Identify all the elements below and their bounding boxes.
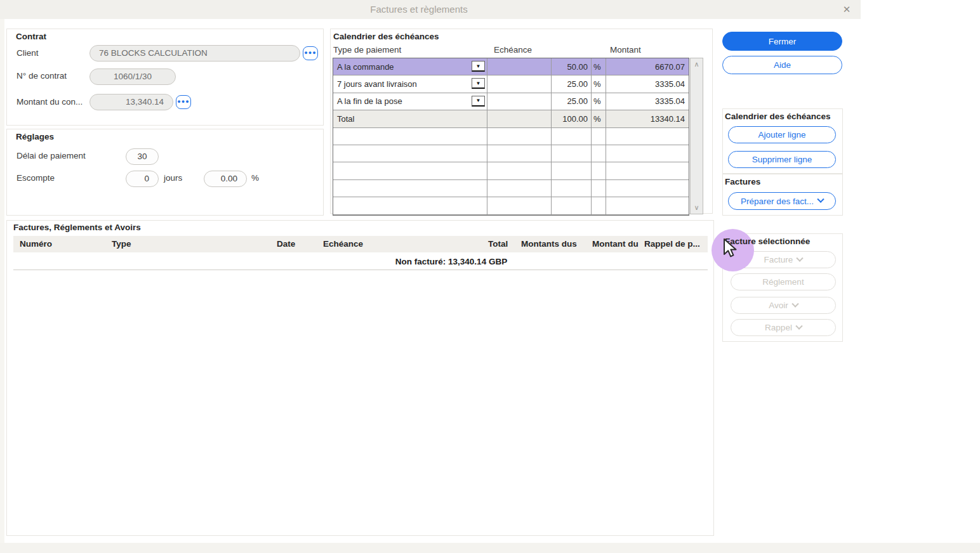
col-montants-dus[interactable]: Montants dus (521, 239, 577, 249)
contract-amount-label: Montant du con... (17, 97, 83, 107)
echeance-row-montant[interactable]: 6670.07 (606, 58, 689, 75)
close-icon[interactable]: ✕ (839, 3, 854, 16)
echeances-col-type: Type de paiement (333, 45, 401, 55)
reglement-button[interactable]: Réglement (731, 273, 836, 290)
client-field[interactable]: 76 BLOCKS CALCULATION (89, 45, 300, 62)
facture-selectionnee-title: Facture sélectionnée (725, 237, 810, 246)
factures-actions-group: Factures Préparer des fact... (722, 174, 843, 216)
titlebar: Factures et règlements ✕ (0, 0, 861, 19)
col-rappel[interactable]: Rappel de p... (644, 239, 700, 249)
scroll-up-icon[interactable]: ∧ (694, 60, 699, 68)
col-type[interactable]: Type (112, 239, 131, 249)
escompte-pct-field[interactable]: 0.00 (204, 171, 247, 187)
echeance-row-pct-sign: % (592, 75, 606, 93)
calendrier-actions-group: Calendrier des échéances Ajouter ligne S… (722, 108, 843, 174)
echeance-row-montant[interactable]: 3335.04 (606, 93, 689, 110)
escompte-days-field[interactable]: 0 (126, 171, 159, 187)
escompte-label: Escompte (17, 173, 55, 183)
preparer-factures-button[interactable]: Préparer des fact... (728, 192, 836, 210)
echeances-col-echeance: Echéance (494, 45, 532, 55)
chevron-down-icon (791, 300, 798, 307)
table-separator (13, 270, 708, 270)
echeance-row-date[interactable] (487, 75, 552, 93)
dropdown-arrow-icon[interactable]: ▼ (472, 61, 485, 72)
echeance-row-type[interactable]: A la fin de la pose ▼ (333, 93, 487, 110)
left-edge-strip (0, 19, 4, 543)
rappel-button[interactable]: Rappel (731, 319, 836, 336)
dropdown-arrow-icon[interactable]: ▼ (472, 96, 485, 107)
window-title: Factures et règlements (0, 4, 838, 15)
dropdown-arrow-icon[interactable]: ▼ (472, 78, 485, 89)
client-label: Client (17, 48, 39, 58)
empty-cell[interactable] (333, 145, 487, 162)
aide-button[interactable]: Aide (722, 56, 842, 74)
echeances-panel: Calendrier des échéances Type de paiemen… (330, 29, 713, 214)
col-total[interactable]: Total (488, 239, 508, 249)
reglages-group-title: Réglages (16, 132, 54, 141)
empty-cell[interactable] (333, 128, 487, 145)
contrat-group: Contrat Client 76 BLOCKS CALCULATION ●●●… (6, 29, 324, 126)
echeance-row-percent[interactable]: 25.00 (552, 75, 592, 93)
supprimer-ligne-button[interactable]: Supprimer ligne (728, 151, 836, 168)
reglages-group: Réglages Délai de paiement 30 Escompte 0… (6, 129, 324, 216)
contract-no-label: N° de contrat (17, 71, 67, 81)
echeance-row-type[interactable]: 7 jours avant livraison ▼ (333, 75, 487, 93)
empty-cell[interactable] (333, 180, 487, 197)
echeance-total-label: Total (333, 110, 487, 127)
echeance-row-date[interactable] (487, 58, 552, 75)
echeance-row-percent[interactable]: 50.00 (552, 58, 592, 75)
col-montant-du[interactable]: Montant du (592, 239, 639, 249)
factures-group: Factures, Réglements et Avoirs Numéro Ty… (6, 220, 714, 536)
factures-table-header: Numéro Type Date Echéance Total Montants… (13, 236, 708, 252)
echeance-row-montant[interactable]: 3335.04 (606, 75, 689, 93)
avoir-button[interactable]: Avoir (731, 297, 836, 314)
amount-lookup-button[interactable]: ●●● (176, 95, 191, 109)
contract-amount-field[interactable]: 13,340.14 (89, 94, 173, 110)
contract-no-field[interactable]: 1060/1/30 (89, 68, 176, 85)
delai-field[interactable]: 30 (126, 148, 159, 165)
empty-cell[interactable] (333, 162, 487, 179)
calendrier-actions-title: Calendrier des échéances (725, 112, 831, 121)
bottom-edge-strip (0, 543, 980, 553)
echeances-table: A la commande ▼ 50.00 % 6670.07 7 jours … (333, 58, 689, 216)
col-numero[interactable]: Numéro (20, 239, 52, 249)
chevron-down-icon (797, 254, 804, 261)
jours-label: jours (164, 173, 182, 183)
echeance-total-date (487, 110, 552, 127)
col-echeance[interactable]: Echéance (323, 239, 363, 249)
fermer-button[interactable]: Fermer (722, 32, 842, 51)
client-lookup-button[interactable]: ●●● (303, 46, 318, 60)
echeance-total-percent: 100.00 (552, 110, 592, 127)
non-facture-row: Non facturé: 13,340.14 GBP (197, 257, 705, 266)
echeance-row-date[interactable] (487, 93, 552, 110)
col-date[interactable]: Date (277, 239, 295, 249)
chevron-down-icon (795, 322, 802, 329)
echeances-title: Calendrier des échéances (333, 32, 439, 41)
echeances-col-montant: Montant (610, 45, 641, 55)
empty-cell[interactable] (333, 197, 487, 214)
chevron-down-icon (817, 196, 824, 203)
echeance-row-percent[interactable]: 25.00 (552, 93, 592, 110)
scrollbar[interactable]: ∧ ∨ (690, 58, 703, 214)
echeance-row-pct-sign: % (592, 58, 606, 75)
ajouter-ligne-button[interactable]: Ajouter ligne (728, 126, 836, 143)
echeance-row-pct-sign: % (592, 93, 606, 110)
echeance-total-montant: 13340.14 (606, 110, 689, 127)
echeance-row-type[interactable]: A la commande ▼ (333, 58, 487, 75)
factures-actions-title: Factures (725, 177, 760, 186)
percent-label: % (251, 173, 259, 183)
mouse-cursor-icon (722, 238, 738, 259)
echeance-total-pct-sign: % (592, 110, 606, 127)
contrat-group-title: Contrat (16, 32, 46, 41)
scroll-down-icon[interactable]: ∨ (694, 204, 699, 212)
factures-group-title: Factures, Réglements et Avoirs (13, 223, 141, 232)
delai-label: Délai de paiement (17, 151, 86, 160)
